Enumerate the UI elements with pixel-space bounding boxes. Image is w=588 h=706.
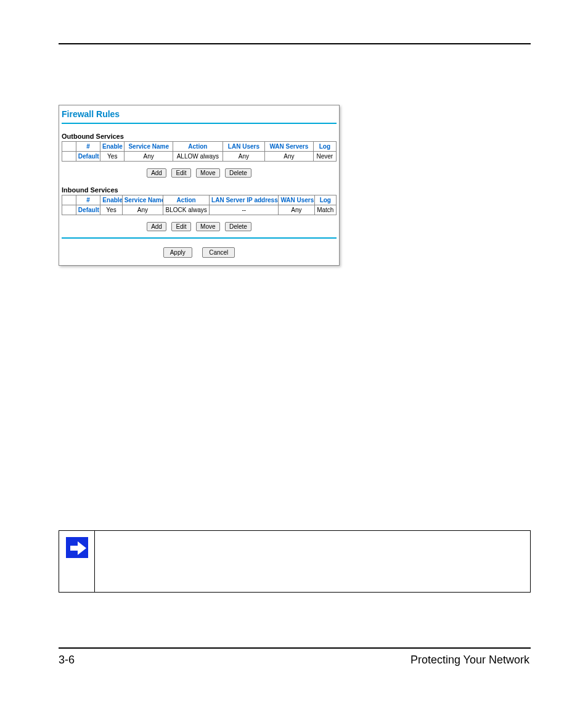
cell-lan: -- bbox=[210, 205, 279, 215]
outbound-table: # Enable Service Name Action LAN Users W… bbox=[62, 141, 337, 162]
cell-log: Match bbox=[314, 205, 336, 215]
col-action: Action bbox=[173, 142, 223, 152]
cell-service: Any bbox=[125, 152, 173, 162]
cell-lan: Any bbox=[223, 152, 264, 162]
outbound-buttons: Add Edit Move Delete bbox=[62, 162, 337, 181]
cell-action: BLOCK always bbox=[163, 205, 210, 215]
cell-num: Default bbox=[76, 152, 100, 162]
inbound-table: # Enable Service Name Action LAN Server … bbox=[62, 195, 337, 215]
cell-enable: Yes bbox=[100, 152, 125, 162]
col-num: # bbox=[76, 195, 100, 205]
col-num: # bbox=[76, 142, 100, 152]
footer-rule bbox=[59, 647, 531, 649]
col-lan: LAN Users bbox=[223, 142, 264, 152]
delete-button[interactable]: Delete bbox=[225, 222, 251, 231]
note-text-cell bbox=[95, 531, 531, 593]
add-button[interactable]: Add bbox=[147, 222, 166, 231]
col-sel bbox=[62, 195, 76, 205]
cell-log: Never bbox=[313, 152, 336, 162]
cell-sel[interactable] bbox=[62, 205, 76, 215]
col-enable: Enable bbox=[100, 195, 122, 205]
add-button[interactable]: Add bbox=[147, 168, 166, 178]
panel-divider bbox=[62, 123, 337, 124]
cell-num: Default bbox=[76, 205, 100, 215]
col-action: Action bbox=[163, 195, 210, 205]
cell-sel[interactable] bbox=[62, 152, 76, 162]
outbound-header-row: # Enable Service Name Action LAN Users W… bbox=[62, 142, 337, 152]
apply-button[interactable]: Apply bbox=[163, 247, 192, 258]
firewall-rules-panel: Firewall Rules Outbound Services # Enabl… bbox=[59, 105, 340, 266]
col-log: Log bbox=[313, 142, 336, 152]
cell-action: ALLOW always bbox=[173, 152, 223, 162]
note-icon-cell bbox=[59, 531, 95, 593]
arrow-right-icon bbox=[66, 537, 88, 558]
edit-button[interactable]: Edit bbox=[171, 222, 190, 231]
col-wan: WAN Servers bbox=[265, 142, 314, 152]
col-sel bbox=[62, 142, 76, 152]
section-title: Protecting Your Network bbox=[410, 654, 529, 667]
cancel-button[interactable]: Cancel bbox=[202, 247, 235, 258]
delete-button[interactable]: Delete bbox=[225, 168, 251, 178]
cell-wan: Any bbox=[279, 205, 314, 215]
note-box bbox=[59, 530, 531, 593]
col-enable: Enable bbox=[100, 142, 125, 152]
cell-service: Any bbox=[122, 205, 163, 215]
panel-bottom-divider bbox=[62, 237, 337, 239]
cell-enable: Yes bbox=[100, 205, 122, 215]
inbound-header-row: # Enable Service Name Action LAN Server … bbox=[62, 195, 337, 205]
outbound-label: Outbound Services bbox=[62, 128, 337, 141]
inbound-label: Inbound Services bbox=[62, 181, 337, 195]
move-button[interactable]: Move bbox=[196, 222, 219, 231]
inbound-row[interactable]: Default Yes Any BLOCK always -- Any Matc… bbox=[62, 205, 337, 215]
outbound-row[interactable]: Default Yes Any ALLOW always Any Any Nev… bbox=[62, 152, 337, 162]
panel-title: Firewall Rules bbox=[62, 108, 337, 123]
col-service: Service Name bbox=[122, 195, 163, 205]
cell-wan: Any bbox=[265, 152, 314, 162]
header-rule bbox=[59, 43, 531, 44]
main-buttons: Apply Cancel bbox=[62, 244, 337, 261]
move-button[interactable]: Move bbox=[196, 168, 219, 178]
col-lan: LAN Server IP address bbox=[210, 195, 279, 205]
col-log: Log bbox=[314, 195, 336, 205]
edit-button[interactable]: Edit bbox=[171, 168, 190, 178]
col-wan: WAN Users bbox=[279, 195, 314, 205]
col-service: Service Name bbox=[125, 142, 173, 152]
inbound-buttons: Add Edit Move Delete bbox=[62, 215, 337, 235]
page-number: 3-6 bbox=[59, 654, 75, 667]
